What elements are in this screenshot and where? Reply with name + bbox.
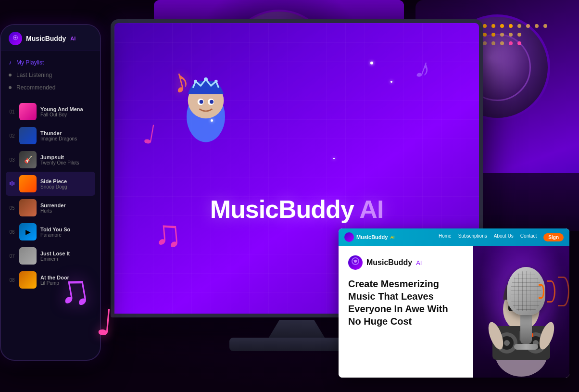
glow-dot bbox=[370, 62, 373, 64]
svg-rect-4 bbox=[13, 182, 14, 185]
svg-point-12 bbox=[199, 100, 203, 104]
headline-line2: Music That Leaves bbox=[348, 291, 434, 302]
track-title: Told You So bbox=[40, 227, 92, 232]
browser-logo-icon bbox=[344, 232, 354, 242]
svg-point-8 bbox=[194, 80, 197, 83]
mic-stand bbox=[514, 344, 538, 350]
track-info: Surrender Hurts bbox=[40, 202, 92, 214]
svg-rect-2 bbox=[10, 182, 11, 185]
browser-inner-logo-ai: AI bbox=[416, 259, 422, 266]
track-title: Young And Mena bbox=[40, 106, 92, 112]
headline-line3: Everyone In Awe With bbox=[348, 303, 448, 314]
track-number: 05 bbox=[9, 205, 15, 211]
track-thumbnail: 🎸 bbox=[19, 151, 37, 168]
track-number bbox=[9, 180, 15, 187]
microphone bbox=[497, 267, 555, 363]
browser-nav-home[interactable]: Home bbox=[439, 233, 452, 241]
phone-logo-text: MusicBuddy bbox=[26, 35, 66, 42]
track-artist: Hurts bbox=[40, 208, 92, 214]
list-item[interactable]: 01 Young And Mena Fall Out Boy bbox=[6, 100, 95, 124]
screen-logo: MusicBuddy AI bbox=[210, 113, 384, 224]
phone-header: MusicBuddy AI bbox=[1, 25, 100, 51]
screen-ai-text: AI bbox=[359, 195, 383, 223]
phone-logo-ai: AI bbox=[70, 36, 76, 41]
browser-nav-about[interactable]: About Us bbox=[494, 233, 514, 241]
browser-nav-contact[interactable]: Contact bbox=[520, 233, 537, 241]
track-title: Side Piece bbox=[40, 178, 92, 184]
svg-point-15 bbox=[354, 260, 357, 263]
track-number: 08 bbox=[9, 278, 15, 283]
track-title: Just Lose It bbox=[40, 251, 92, 256]
music-note-screen-3: ♫ bbox=[151, 211, 184, 257]
browser-nav: Home Subscriptions About Us Contact Sign bbox=[439, 233, 564, 241]
mic-body bbox=[520, 315, 532, 344]
track-number: 03 bbox=[9, 157, 15, 163]
browser-inner-logo: MusicBuddy AI bbox=[348, 255, 464, 270]
dot bbox=[543, 24, 547, 28]
track-number: 01 bbox=[9, 109, 15, 114]
glow-dot bbox=[333, 158, 335, 159]
track-number: 02 bbox=[9, 133, 15, 139]
browser-left-panel: MusicBuddy AI Create Mesmerizing Music T… bbox=[339, 246, 473, 378]
track-thumbnail bbox=[19, 199, 37, 216]
svg-point-13 bbox=[210, 100, 214, 104]
screen-title: MusicBuddy AI bbox=[210, 195, 384, 224]
track-info: Just Lose It Eminem bbox=[40, 251, 92, 262]
wave-arc-2 bbox=[547, 280, 555, 303]
track-thumbnail: ▶ bbox=[19, 223, 37, 240]
track-title: Thunder bbox=[40, 130, 92, 136]
phone-nav: ♪ My Playlist Last Listening Recommended bbox=[1, 51, 100, 100]
list-item[interactable]: 06 ▶ Told You So Paramore bbox=[6, 220, 95, 244]
svg-rect-3 bbox=[12, 181, 13, 186]
glow-dot bbox=[390, 81, 392, 83]
dot bbox=[526, 24, 530, 28]
nav-dot bbox=[9, 86, 12, 89]
sound-waves bbox=[539, 277, 569, 306]
nav-label-playlist: My Playlist bbox=[16, 59, 44, 66]
track-info: Told You So Paramore bbox=[40, 227, 92, 238]
list-item[interactable]: 02 Thunder Imagine Dragons bbox=[6, 124, 95, 148]
svg-point-9 bbox=[214, 80, 218, 83]
browser-toolbar: MusicBuddy AI Home Subscriptions About U… bbox=[339, 228, 569, 246]
track-title: Surrender bbox=[40, 202, 92, 208]
screen-title-text: MusicBuddy bbox=[210, 195, 354, 223]
phone-nav-last-listening[interactable]: Last Listening bbox=[9, 69, 92, 81]
track-thumbnail bbox=[19, 103, 37, 120]
track-thumbnail bbox=[19, 175, 37, 192]
wave-arc-1 bbox=[539, 284, 544, 299]
phone-nav-recommended[interactable]: Recommended bbox=[9, 81, 92, 94]
glow-dot bbox=[211, 119, 213, 122]
list-item[interactable]: Side Piece Snoop Dogg bbox=[6, 172, 95, 196]
mic-grid bbox=[511, 271, 541, 311]
track-artist: Paramore bbox=[40, 232, 92, 238]
svg-point-1 bbox=[14, 37, 16, 38]
headline-line4: No Huge Cost bbox=[348, 316, 412, 327]
track-thumbnail bbox=[19, 127, 37, 144]
track-artist: Twenty One Pilots bbox=[40, 160, 92, 165]
monitor-stand bbox=[268, 320, 326, 339]
list-item[interactable]: 03 🎸 Jumpsuit Twenty One Pilots bbox=[6, 148, 95, 172]
browser-sign-btn[interactable]: Sign bbox=[543, 233, 564, 241]
phone-container: MusicBuddy AI ♪ My Playlist Last Listeni… bbox=[0, 24, 106, 370]
track-thumbnail bbox=[19, 271, 37, 289]
track-number: 07 bbox=[9, 253, 15, 259]
list-item[interactable]: 05 Surrender Hurts bbox=[6, 196, 95, 220]
track-title: Jumpsuit bbox=[40, 154, 92, 160]
nav-label-recommended: Recommended bbox=[16, 84, 55, 91]
track-artist: Snoop Dogg bbox=[40, 184, 92, 190]
headline-line1: Create Mesmerizing bbox=[348, 278, 439, 289]
track-info: Side Piece Snoop Dogg bbox=[40, 178, 92, 190]
browser-inner-logo-text: MusicBuddy bbox=[366, 258, 412, 267]
browser-inner-logo-icon bbox=[348, 255, 363, 270]
browser-headline: Create Mesmerizing Music That Leaves Eve… bbox=[348, 278, 464, 328]
dot bbox=[535, 24, 539, 28]
svg-point-7 bbox=[204, 77, 208, 81]
track-artist: Eminem bbox=[40, 256, 92, 262]
track-number: 06 bbox=[9, 229, 15, 235]
nav-dot bbox=[9, 74, 12, 76]
track-info: Thunder Imagine Dragons bbox=[40, 130, 92, 141]
browser-logo-text: MusicBuddy bbox=[356, 234, 388, 240]
phone-nav-playlist[interactable]: ♪ My Playlist bbox=[9, 56, 92, 69]
phone-logo-icon bbox=[9, 32, 22, 45]
browser-nav-subscriptions[interactable]: Subscriptions bbox=[458, 233, 487, 241]
